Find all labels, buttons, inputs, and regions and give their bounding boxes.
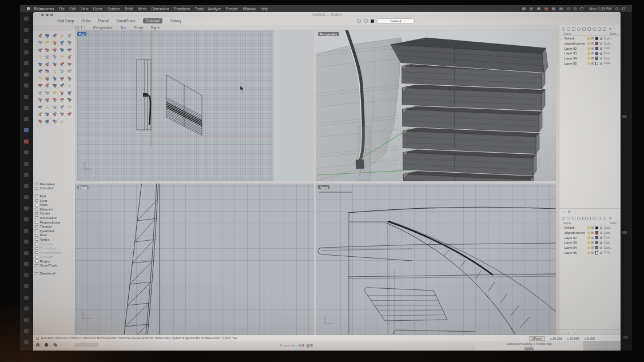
tool-icon[interactable] [51,89,59,97]
osnap-on-mesh[interactable]: On mesh [35,255,74,260]
tool-icon[interactable] [66,39,73,47]
checkbox-perpendicular[interactable] [35,221,38,224]
current-layer-field[interactable]: Default [377,18,415,23]
dock-icon[interactable] [24,117,29,121]
keyboard-icon[interactable] [537,7,540,10]
tool-icon[interactable] [66,61,73,68]
current-color-swatch[interactable] [371,19,374,23]
osnap-point[interactable]: Point [35,202,74,207]
wifi-icon[interactable] [574,7,577,10]
layers-tool-icon[interactable] [567,217,570,220]
tool-icon[interactable] [66,32,73,39]
layer-linetype[interactable]: Conti... [604,62,613,65]
tool-icon[interactable] [44,104,51,111]
dock-icon[interactable] [24,195,29,199]
tab-top[interactable]: Top [121,26,126,30]
dock-icon[interactable] [24,273,29,277]
osnap-on-polysurface[interactable]: On polysurface [35,250,74,255]
tool-icon[interactable] [37,32,44,39]
tool-icon[interactable] [51,61,59,68]
menu-bar-clock[interactable]: Mon 8:35 PM [589,7,611,11]
osnap-disable-all[interactable]: Disable all [35,271,74,276]
layers-tool-icon[interactable] [593,217,596,220]
osnap-tangent[interactable]: ✓Tangent [35,224,74,229]
tool-icon[interactable] [58,61,66,68]
toggle-ortho[interactable]: Ortho [81,19,90,23]
osnap-on-curve[interactable]: On curve [35,242,74,246]
help-icon[interactable]: ? [609,217,611,220]
tool-icon[interactable] [37,97,44,104]
layer-visibility-icon[interactable] [587,226,590,229]
layer-material-icon[interactable] [600,252,603,254]
layer-lock-icon[interactable] [591,232,594,234]
checkbox-on-surface[interactable] [35,247,38,250]
layer-linetype[interactable]: Conti... [604,47,613,50]
status-dot-icon[interactable] [45,343,48,347]
tool-icon[interactable] [37,82,44,90]
layer-material-icon[interactable] [600,52,603,55]
dock-icon[interactable] [24,39,29,43]
tool-icon[interactable] [66,111,73,118]
layer-linetype[interactable]: Conti... [604,57,613,60]
layer-row[interactable]: Layer 05Conti... [559,250,621,255]
osnap-one-shot[interactable]: One shot [35,186,74,191]
layer-color-swatch[interactable] [595,37,599,41]
menu-edit[interactable]: Edit [69,7,75,11]
layer-linetype[interactable]: Conti... [604,251,613,254]
tool-icon[interactable] [44,32,51,39]
checkbox-on-curve[interactable] [35,242,38,245]
osnap-midpoint[interactable]: ✓Midpoint [35,207,74,212]
tool-icon[interactable] [37,89,44,97]
layer-linetype[interactable]: Conti... [604,52,613,55]
toggle-gumball[interactable]: Gumball [143,18,162,23]
checkbox-near[interactable]: ✓ [35,199,38,202]
time-machine-icon[interactable] [530,7,533,10]
command-bar[interactable]: Extrusion distance <0.6861> | Direction … [33,335,621,341]
layer-visibility-icon[interactable] [587,52,590,55]
tool-icon[interactable] [51,82,59,90]
layer-linetype[interactable]: Conti... [604,37,613,40]
layers-tool-icon[interactable] [587,217,591,220]
tool-icon[interactable] [58,89,66,97]
layer-color-swatch[interactable] [595,246,599,249]
tool-icon[interactable] [66,46,73,54]
viewport-label-front[interactable]: Front [77,185,89,189]
menu-render[interactable]: Render [226,7,238,11]
layer-color-swatch[interactable] [595,226,599,230]
dock-icon[interactable] [24,28,29,32]
tool-icon[interactable] [66,82,73,90]
toggle-planar[interactable]: Planar [98,19,109,23]
osnap-end[interactable]: ✓End [35,194,74,198]
layer-visibility-icon[interactable] [587,236,590,239]
history-back-icon[interactable] [357,19,361,23]
layer-lock-icon[interactable] [591,241,594,244]
layer-material-icon[interactable] [600,236,603,239]
layer-material-icon[interactable] [600,241,603,244]
layer-color-swatch[interactable] [595,231,599,234]
layer-row[interactable]: ✓DefaultConti... [559,225,621,230]
layers-tool-icon[interactable] [577,217,581,220]
tool-icon[interactable] [37,61,44,68]
layer-visibility-icon[interactable] [587,232,590,234]
osnap-vertex[interactable]: Vertex [35,237,74,242]
dock-icon[interactable] [24,61,29,65]
tool-icon[interactable] [66,68,73,75]
toggle-grid-snap[interactable]: Grid Snap [57,19,74,23]
tool-icon[interactable] [51,97,59,104]
tool-icon[interactable] [37,111,44,118]
osnap-persistent[interactable]: ✓Persistent [35,182,74,186]
layers-tool-icon[interactable] [582,27,586,31]
menu-window[interactable]: Window [243,7,256,11]
tool-icon[interactable] [58,68,66,75]
tab-front[interactable]: Front [134,26,143,30]
layer-material-icon[interactable] [600,226,603,229]
tool-icon[interactable] [66,97,73,104]
layers-tool-icon[interactable] [598,217,601,220]
osnap-perpendicular[interactable]: Perpendicular [35,220,74,225]
dock-icon[interactable] [24,73,29,77]
menu-solid[interactable]: Solid [125,7,133,11]
dock-icon[interactable] [24,184,29,188]
checkbox-smarttrack[interactable] [35,264,38,267]
dock-icon[interactable] [24,240,29,244]
details-link[interactable]: Details [475,346,583,350]
